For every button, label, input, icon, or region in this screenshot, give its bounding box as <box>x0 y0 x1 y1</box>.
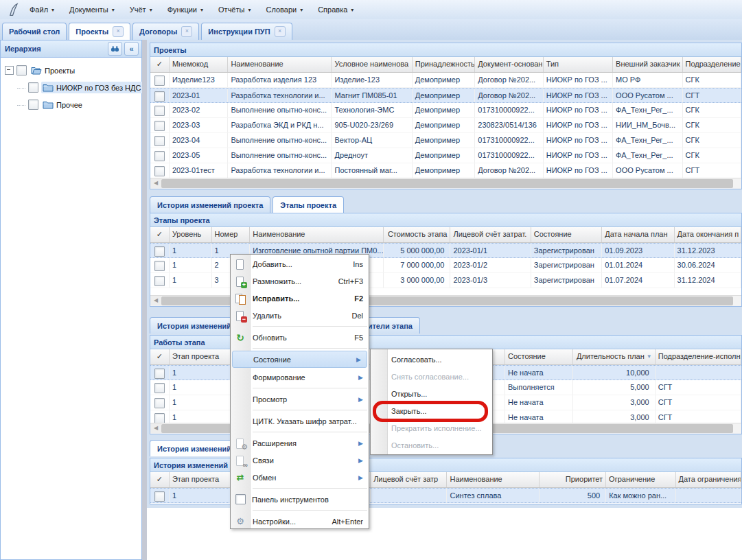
menu-item[interactable]: Панель инструментов <box>231 491 369 508</box>
sidebar-splitter[interactable] <box>142 40 147 560</box>
tree-item[interactable]: Прочее <box>2 96 140 113</box>
submenu-item[interactable]: Снять согласование... <box>371 369 492 386</box>
column-header[interactable]: Ограничение <box>606 472 675 487</box>
tree-item[interactable]: Проекты <box>2 62 140 79</box>
tree-item[interactable]: НИОКР по ГОЗ без НДС <box>2 79 140 96</box>
column-header[interactable]: Документ-основан <box>475 57 543 72</box>
menu-item[interactable]: УдалитьDel <box>231 307 369 324</box>
main-tab[interactable]: Договоры× <box>132 23 199 40</box>
collapse-sidebar-button[interactable]: « <box>124 42 139 56</box>
column-header[interactable]: Состояние <box>505 349 573 364</box>
menu-item[interactable]: Размножить...Ctrl+F3 <box>231 272 369 290</box>
main-tab[interactable]: Инструкции ПУП× <box>201 23 292 40</box>
column-header[interactable]: Наименование <box>250 227 384 242</box>
column-header[interactable]: Номер <box>212 227 251 242</box>
column-header[interactable]: Длительность план▼ <box>573 349 655 364</box>
tree-checkbox[interactable] <box>28 82 38 93</box>
row-checkbox[interactable] <box>154 491 165 502</box>
menubar-item[interactable]: Справка▾ <box>310 0 361 19</box>
column-header[interactable]: Дата начала план <box>602 227 674 242</box>
row-checkbox[interactable] <box>154 383 165 393</box>
column-header[interactable]: ✓ <box>150 57 170 72</box>
column-header[interactable]: Внешний заказчик <box>613 57 682 72</box>
submenu-item[interactable]: Открыть... <box>371 386 492 403</box>
table-row[interactable]: Изделие123Разработка изделия 123Изделие-… <box>150 73 741 88</box>
tab-close-icon[interactable]: × <box>275 26 286 37</box>
menu-item[interactable]: Формирование▶ <box>231 369 369 386</box>
row-checkbox[interactable] <box>154 413 165 423</box>
row-checkbox[interactable] <box>154 166 165 176</box>
table-row[interactable]: 2023-02Выполнение опытно-конс...Технолог… <box>150 103 741 118</box>
column-header[interactable]: Подразделение-исполни <box>656 349 741 364</box>
column-header[interactable]: Принадлежность <box>413 57 475 72</box>
row-checkbox[interactable] <box>154 369 165 379</box>
submenu-item-annotated[interactable]: Закрыть... <box>371 403 492 420</box>
menu-item[interactable]: ЦИТК. Указать шифр затрат... <box>231 412 369 430</box>
column-header[interactable]: Этап проекта <box>170 349 237 364</box>
menu-item[interactable]: ⇄Обмен▶ <box>231 469 369 486</box>
table-row[interactable]: 2023-05Выполнение опытно-конс...Дредноут… <box>150 148 741 163</box>
scroll-left-arrow-icon[interactable]: ◀ <box>150 178 161 188</box>
menu-item[interactable]: Состояние▶ <box>232 351 367 368</box>
main-tab[interactable]: Рабочий стол <box>2 23 67 40</box>
menubar-item[interactable]: Учёт▾ <box>122 0 160 19</box>
row-checkbox[interactable] <box>154 91 165 102</box>
menu-item[interactable]: Добавить...Ins <box>231 255 369 272</box>
sub-tab[interactable]: Этапы проекта <box>273 196 344 213</box>
column-header[interactable]: ✓ <box>150 349 170 364</box>
menu-item[interactable]: Исправить...F2 <box>231 290 369 307</box>
row-checkbox[interactable] <box>154 261 165 271</box>
row-checkbox[interactable] <box>154 75 165 86</box>
menu-item[interactable]: ⚙Настройки...Alt+Enter <box>231 513 369 530</box>
column-header[interactable]: Условное наименова <box>332 57 412 72</box>
menu-item[interactable]: Расширения▶ <box>231 434 369 452</box>
column-header[interactable]: Дата окончания п <box>675 227 741 242</box>
row-checkbox[interactable] <box>154 276 165 286</box>
column-header[interactable]: Наименование <box>447 472 539 487</box>
horizontal-scrollbar[interactable]: ◀ <box>150 178 741 189</box>
tab-close-icon[interactable]: × <box>181 26 192 37</box>
menubar-item[interactable]: Функции▾ <box>160 0 211 19</box>
scroll-left-arrow-icon[interactable]: ◀ <box>150 296 161 305</box>
main-tab[interactable]: Проекты× <box>69 23 130 40</box>
menubar-item[interactable]: Отчёты▾ <box>211 0 258 19</box>
column-header[interactable]: Дата ограничения <box>676 472 741 487</box>
menu-item[interactable]: ↻ОбновитьF5 <box>231 329 369 346</box>
menubar-item[interactable]: Документы▾ <box>62 0 122 19</box>
tree-checkbox[interactable] <box>28 100 38 110</box>
column-header[interactable]: Лицевой счёт затр <box>371 472 447 487</box>
search-button[interactable] <box>108 42 122 56</box>
scrollbar-thumb[interactable] <box>161 179 733 188</box>
tree-checkbox[interactable] <box>16 65 27 75</box>
column-header[interactable]: Лицевой счёт затрат. <box>450 227 531 242</box>
tab-close-icon[interactable]: × <box>113 26 124 37</box>
submenu-item[interactable]: Остановить... <box>371 437 492 454</box>
column-header[interactable]: Состояние <box>531 227 602 242</box>
table-row[interactable]: 2023-03Разработка ЭКД и РКД н...905-U020… <box>150 118 741 133</box>
row-checkbox[interactable] <box>154 246 165 257</box>
column-header[interactable]: ✓ <box>150 227 170 242</box>
sub-tab[interactable]: История изменений <box>150 440 239 456</box>
table-row[interactable]: 2023-01Разработка технологии и...Магнит … <box>150 88 741 103</box>
menubar-item[interactable]: Файл▾ <box>22 0 62 19</box>
table-row[interactable]: 2023-01тестРазработка технологии и...Пос… <box>150 163 741 178</box>
scroll-left-arrow-icon[interactable]: ◀ <box>150 423 161 433</box>
column-header[interactable]: Наименование <box>228 57 332 72</box>
menu-item[interactable]: Связи▶ <box>231 452 369 469</box>
submenu-item[interactable]: Согласовать... <box>371 351 492 369</box>
column-header[interactable]: ✓ <box>150 472 170 487</box>
row-checkbox[interactable] <box>154 106 165 116</box>
row-checkbox[interactable] <box>154 151 165 161</box>
column-header[interactable]: Тип <box>544 57 613 72</box>
column-header[interactable]: Приоритет <box>540 472 606 487</box>
column-header[interactable]: Мнемокод <box>170 57 229 72</box>
column-header[interactable]: Стоимость этапа <box>384 227 450 242</box>
menu-item[interactable]: Просмотр▶ <box>231 390 369 408</box>
table-row[interactable]: 2023-04Выполнение опытно-конс...Вектор-А… <box>150 133 741 148</box>
column-header[interactable]: Этап проекта <box>170 472 237 487</box>
sub-tab[interactable]: История изменений проекта <box>150 196 270 213</box>
menubar-item[interactable]: Словари▾ <box>258 0 310 19</box>
row-checkbox[interactable] <box>154 398 165 408</box>
row-checkbox[interactable] <box>154 136 165 146</box>
column-header[interactable]: Уровень <box>170 227 212 242</box>
